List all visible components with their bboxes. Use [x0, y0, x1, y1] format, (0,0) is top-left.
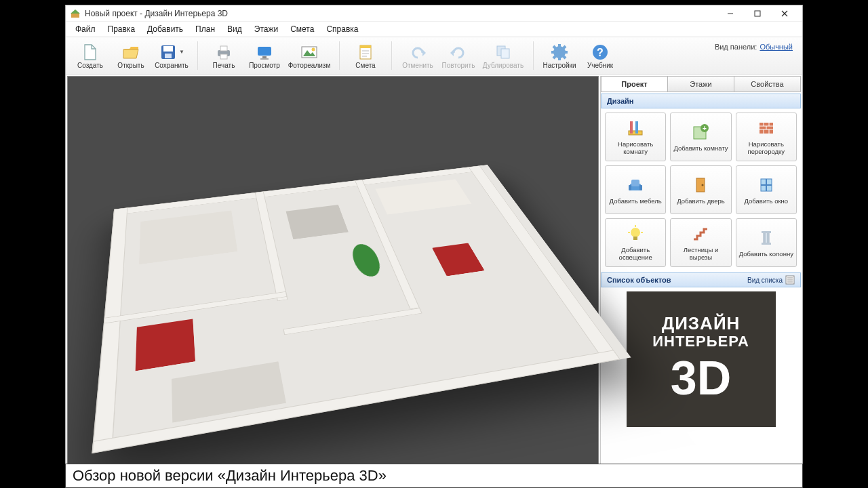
tb-label: Создать: [77, 62, 103, 69]
undo-button[interactable]: Отменить: [397, 39, 438, 73]
menu-estimate[interactable]: Смета: [285, 23, 319, 35]
add-lighting-button[interactable]: Добавить освещение: [605, 218, 666, 267]
gear-icon: [550, 43, 569, 62]
maximize-button[interactable]: [744, 6, 771, 21]
list-view-toggle[interactable]: [785, 275, 795, 285]
tab-properties[interactable]: Свойства: [734, 77, 800, 92]
help-button[interactable]: ? Учебник: [580, 39, 620, 73]
menu-file[interactable]: Файл: [70, 23, 101, 35]
list-view-label: Вид списка: [747, 277, 783, 284]
tab-floors[interactable]: Этажи: [668, 77, 734, 92]
add-window-button[interactable]: Добавить окно: [736, 165, 797, 214]
armchair-icon: [625, 175, 646, 195]
close-button[interactable]: [771, 6, 798, 21]
svg-rect-14: [260, 58, 269, 60]
tb-label: Печать: [213, 62, 235, 69]
minimize-button[interactable]: [717, 6, 744, 21]
dg-label: Добавить мебель: [610, 198, 662, 205]
svg-marker-24: [450, 49, 454, 56]
tab-project[interactable]: Проект: [601, 77, 668, 92]
draw-partition-button[interactable]: Нарисовать перегородку: [736, 113, 797, 161]
svg-rect-63: [764, 232, 769, 243]
design-grid: Нарисовать комнату + Добавить комнату На…: [601, 108, 801, 271]
menu-add[interactable]: Добавить: [142, 23, 189, 35]
brick-wall-icon: [756, 118, 776, 138]
menu-view[interactable]: Вид: [222, 23, 248, 35]
section-objects-header: Список объектов Вид списка: [601, 272, 801, 287]
svg-rect-3: [755, 11, 760, 16]
video-caption: Обзор новой версии «Дизайн Интерьера 3D»: [65, 464, 803, 488]
estimate-button[interactable]: Смета: [345, 39, 386, 73]
app-window: Новый проект - Дизайн Интерьера 3D Файл …: [65, 5, 803, 470]
photoreal-button[interactable]: Фотореализм: [285, 39, 334, 73]
panel-tabs: Проект Этажи Свойства: [601, 76, 801, 92]
dg-label: Добавить освещение: [607, 247, 664, 262]
toolbar-separator: [533, 41, 534, 70]
window-controls: [717, 6, 798, 21]
menu-floors[interactable]: Этажи: [249, 23, 283, 35]
draw-room-button[interactable]: Нарисовать комнату: [605, 113, 666, 161]
window-title: Новый проект - Дизайн Интерьера 3D: [85, 9, 717, 18]
svg-rect-52: [639, 185, 642, 190]
add-column-button[interactable]: Добавить колонну: [736, 218, 797, 267]
svg-rect-51: [629, 185, 631, 190]
svg-rect-10: [220, 46, 227, 51]
dg-label: Добавить дверь: [677, 198, 725, 205]
toolbar-separator: [339, 41, 340, 70]
add-door-button[interactable]: Добавить дверь: [670, 165, 731, 214]
stairs-button[interactable]: Лестницы и вырезы: [670, 218, 731, 267]
room-plus-icon: +: [690, 122, 711, 142]
save-button[interactable]: ▼ Сохранить: [151, 39, 192, 73]
open-button[interactable]: Открыть: [111, 39, 151, 73]
print-button[interactable]: Печать: [203, 39, 244, 73]
logo-line-1: ДИЗАЙН: [662, 314, 741, 333]
notepad-icon: [356, 43, 375, 62]
duplicate-button[interactable]: Дублировать: [479, 39, 528, 73]
tb-label: Настройки: [542, 62, 576, 69]
tb-label: Открыть: [117, 62, 144, 69]
window-icon: [756, 175, 776, 195]
3d-viewport[interactable]: [67, 76, 599, 468]
duplicate-icon: [494, 43, 513, 62]
column-icon: [756, 228, 776, 248]
panel-mode-link[interactable]: Обычный: [760, 43, 793, 51]
redo-button[interactable]: Повторить: [438, 39, 479, 73]
panel-mode: Вид панели: Обычный: [715, 39, 798, 73]
stairs-icon: [690, 224, 711, 244]
menu-plan[interactable]: План: [190, 23, 220, 35]
dg-label: Добавить колонну: [739, 251, 793, 258]
svg-rect-0: [71, 14, 79, 18]
undo-icon: [408, 43, 427, 62]
new-file-icon: [81, 43, 100, 62]
tb-label: Сохранить: [155, 62, 189, 69]
photo-icon: [300, 43, 319, 62]
svg-point-17: [312, 47, 315, 51]
caption-text: Обзор новой версии «Дизайн Интерьера 3D»: [73, 467, 387, 485]
svg-point-58: [631, 228, 640, 237]
tb-label: Учебник: [587, 62, 613, 69]
tb-label: Отменить: [402, 62, 433, 69]
dg-label: Нарисовать перегородку: [738, 141, 795, 156]
menu-help[interactable]: Справка: [321, 23, 363, 35]
svg-point-54: [702, 184, 704, 186]
settings-button[interactable]: Настройки: [539, 39, 580, 73]
svg-rect-19: [360, 45, 371, 48]
tb-label: Просмотр: [249, 62, 280, 69]
add-furniture-button[interactable]: Добавить мебель: [605, 165, 666, 214]
svg-text:+: +: [703, 125, 707, 132]
create-button[interactable]: Создать: [70, 39, 111, 73]
pencil-ruler-icon: [625, 118, 646, 138]
svg-marker-1: [71, 9, 80, 14]
content-area: Проект Этажи Свойства Дизайн Нарисовать …: [66, 75, 802, 470]
tb-label: Дублировать: [483, 62, 524, 69]
svg-rect-7: [163, 46, 173, 52]
svg-rect-12: [258, 47, 271, 56]
tb-label: Смета: [355, 62, 375, 69]
add-room-button[interactable]: + Добавить комнату: [670, 113, 731, 161]
preview-button[interactable]: Просмотр: [244, 39, 285, 73]
tb-label: Повторить: [442, 62, 475, 69]
svg-rect-26: [501, 49, 509, 58]
menu-edit[interactable]: Правка: [102, 23, 141, 35]
section-title: Дизайн: [607, 97, 633, 105]
app-icon: [70, 8, 81, 19]
